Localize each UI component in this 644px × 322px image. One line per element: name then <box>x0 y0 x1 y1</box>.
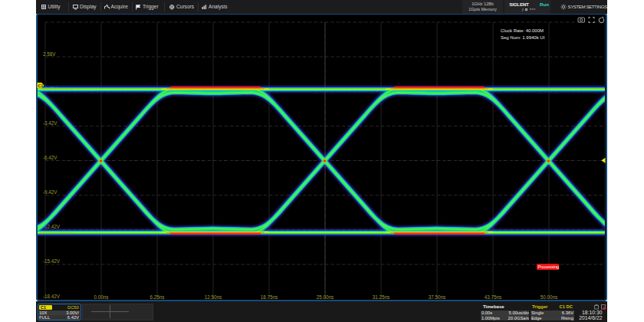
svg-text:-3.42V: -3.42V <box>43 120 58 126</box>
svg-text:31.25ns: 31.25ns <box>373 294 389 300</box>
svg-text:2.58V: 2.58V <box>43 51 56 57</box>
svg-text:25.00ns: 25.00ns <box>317 294 334 300</box>
svg-text:43.75ns: 43.75ns <box>485 294 501 300</box>
svg-text:-15.42V: -15.42V <box>43 258 61 264</box>
svg-text:-9.42V: -9.42V <box>43 189 58 195</box>
svg-text:-18.42V: -18.42V <box>43 294 61 299</box>
svg-text:6.25ns: 6.25ns <box>150 294 165 300</box>
svg-text:-6.42V: -6.42V <box>43 155 58 160</box>
svg-text:0.00ns: 0.00ns <box>94 294 109 300</box>
svg-text:50.00ns: 50.00ns <box>540 294 557 300</box>
svg-text:C1: C1 <box>38 84 43 88</box>
svg-text:18.75ns: 18.75ns <box>261 294 278 300</box>
svg-text:12.50ns: 12.50ns <box>205 294 222 300</box>
svg-text:37.50ns: 37.50ns <box>429 294 445 300</box>
